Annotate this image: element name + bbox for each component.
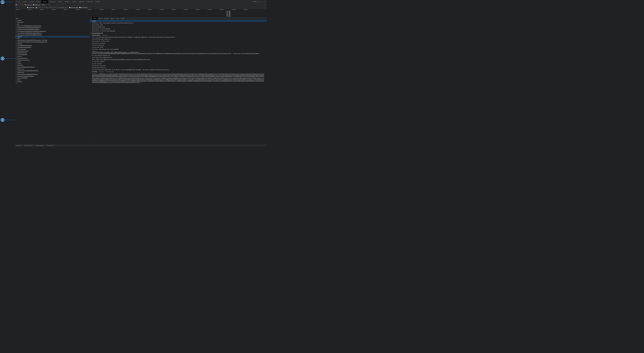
request-row[interactable]: jquery-1.12.4.cde246884d9601b57ecdf303e9…: [15, 25, 90, 27]
timeline-activity-markers: [227, 11, 231, 17]
tab-application[interactable]: Application: [63, 0, 71, 3]
request-row[interactable]: DINPro-Light.woff2: [15, 48, 90, 50]
tab-sources[interactable]: Sources: [35, 0, 42, 3]
request-row[interactable]: interstitial.a54a1edc95056b8486c088d7655…: [15, 27, 90, 29]
network-settings-icon[interactable]: [265, 4, 266, 6]
throttle-select[interactable]: Online: [42, 4, 45, 5]
request-row[interactable]: ang-search.9a0ba519e4f87129026e.js: [15, 75, 90, 77]
clear-button[interactable]: [18, 4, 19, 6]
hide-data-urls-checkbox[interactable]: Hide data URLs: [27, 7, 34, 8]
request-row[interactable]: i: [15, 83, 90, 84]
request-row[interactable]: analytics.min.js: [15, 68, 90, 70]
detail-tab-response[interactable]: Response: [103, 17, 110, 20]
request-row[interactable]: main.9a0ba519e4f87129026e.css: [15, 45, 90, 47]
tab-memory[interactable]: Memory: [57, 0, 63, 3]
request-headers-section-header[interactable]: ▼ Request Headers view source: [90, 34, 267, 36]
tab-lighthouse[interactable]: Lighthouse: [78, 0, 86, 3]
detail-tab-timing[interactable]: Timing: [115, 17, 120, 20]
tab-elements[interactable]: Elements: [21, 0, 28, 3]
chevron-down-icon[interactable]: ▾: [46, 4, 46, 5]
request-row[interactable]: bryanmulesoft: [15, 21, 90, 23]
preserve-log-checkbox[interactable]: Preserve log: [25, 4, 32, 6]
warning-badge[interactable]: 14: [255, 1, 257, 2]
error-badge[interactable]: 4: [253, 1, 254, 2]
tab-lightning[interactable]: Lightning: [94, 0, 101, 3]
filter-type-img[interactable]: Img: [46, 7, 48, 8]
request-row[interactable]: authorize?redirect_uri=https%3A%2F%2Fqax…: [15, 40, 90, 41]
request-row[interactable]: callback?code=977745fa-0615-4150-aa43-29…: [15, 41, 90, 43]
filter-type-font[interactable]: Font: [52, 7, 54, 8]
request-row[interactable]: vendor.js: [15, 63, 90, 65]
request-row[interactable]: vendors-ang-search.9a0ba519e4f87129026e.…: [15, 70, 90, 72]
record-button[interactable]: [16, 4, 17, 5]
filter-type-js[interactable]: JS: [42, 7, 42, 8]
request-row[interactable]: sprite-8.6.0.svg: [15, 72, 90, 74]
request-row[interactable]: saml: [15, 23, 90, 25]
request-row[interactable]: ang-search.9a0ba519e4f87129026e.css: [15, 67, 90, 68]
request-row[interactable]: OpenSans-Regular.woff2: [15, 50, 90, 52]
tab-console[interactable]: Console: [28, 0, 35, 3]
network-timeline[interactable]: 100000 ms200000 ms300000 ms400000 ms5000…: [15, 9, 267, 17]
request-row[interactable]: index.js: [15, 79, 90, 81]
request-row[interactable]: interstitial.474dce61acfac4a4d016921943c…: [15, 29, 90, 31]
request-row[interactable]: react-dom.production.min.js: [15, 59, 90, 61]
general-section-header[interactable]: ▼ General: [90, 20, 267, 22]
filter-toggle-icon[interactable]: [20, 4, 21, 5]
blocked-requests-checkbox[interactable]: Blocked Requests: [80, 7, 88, 8]
filter-type-doc[interactable]: Doc: [55, 7, 57, 8]
filter-type-css[interactable]: CSS: [44, 7, 46, 8]
request-row[interactable]: new_interstitial_static.9481d4731547cec0…: [15, 31, 90, 32]
upload-har-icon[interactable]: [48, 4, 49, 5]
view-source-link[interactable]: view source: [99, 71, 104, 72]
request-row[interactable]: OpenSans-Bold.woff2: [15, 52, 90, 54]
request-row[interactable]: jszip.min.js: [15, 81, 90, 83]
detail-tab-preview[interactable]: Preview: [98, 17, 103, 20]
response-headers-section-header[interactable]: ▶ Response Headers (24): [90, 32, 267, 34]
request-row[interactable]: login: [15, 38, 90, 40]
header-key: Content-Type:: [92, 49, 98, 50]
request-row[interactable]: apic-import.js: [15, 65, 90, 67]
has-blocked-cookies-checkbox[interactable]: Has blocked cookies: [69, 7, 78, 8]
search-icon[interactable]: [22, 4, 23, 5]
header-key: Status Code:: [92, 27, 98, 28]
request-row[interactable]: vendors-ang-search.9a0ba519e4f87129026e.…: [15, 74, 90, 76]
download-har-icon[interactable]: [50, 4, 50, 5]
request-row[interactable]: new_interstitial.c41c3b6f3a84458aca9a591…: [15, 32, 90, 34]
request-row[interactable]: OpenSans-Light.woff2: [15, 54, 90, 56]
request-row[interactable]: okta_watermark.4a7f2ccf7d0a787cff6f59fb6…: [15, 34, 90, 36]
filter-type-manifest[interactable]: Manifest: [60, 7, 64, 8]
request-row[interactable]: metadata: [15, 20, 90, 21]
header-key: Content-Length:: [92, 47, 100, 48]
view-source-link[interactable]: view source: [102, 35, 107, 36]
tab-network[interactable]: Network: [42, 0, 48, 3]
inspect-element-icon[interactable]: [16, 0, 18, 3]
name-column-header[interactable]: Name: [15, 17, 90, 20]
filter-type-media[interactable]: Media: [49, 7, 52, 8]
request-row[interactable]: main.9a0ba519e4f87129026e.js: [15, 47, 90, 49]
request-row[interactable]: styles.css: [15, 56, 90, 57]
detail-tab-headers[interactable]: Headers: [92, 17, 98, 20]
filter-all-pill[interactable]: All: [35, 7, 38, 8]
filter-type-other[interactable]: Other: [65, 7, 67, 8]
disable-cache-checkbox[interactable]: Disable cache: [33, 4, 40, 6]
request-row[interactable]: exchange/: [15, 43, 90, 45]
filter-input[interactable]: [16, 7, 26, 8]
tab-performance[interactable]: Performance: [48, 0, 57, 3]
close-detail-icon[interactable]: ×: [90, 18, 92, 19]
filter-type-xhr[interactable]: XHR: [38, 7, 40, 8]
request-row[interactable]: react.production.min.js: [15, 57, 90, 59]
request-row[interactable]: api-console-3166b59f.js: [15, 77, 90, 79]
device-toggle-icon[interactable]: [18, 0, 20, 3]
view-url-encoded-link[interactable]: view URL encoded: [106, 71, 114, 72]
detail-tab-cookies[interactable]: Cookies: [120, 17, 126, 20]
filter-type-ws[interactable]: WS: [58, 7, 60, 8]
tab-security[interactable]: Security: [71, 0, 78, 3]
tab-adblock-plus[interactable]: Adblock Plus: [86, 0, 94, 3]
request-row[interactable]: receive-id: [15, 36, 90, 38]
more-menu-icon[interactable]: [260, 0, 263, 3]
form-data-section-header[interactable]: ▼ Form Data view source view URL encoded: [90, 71, 267, 73]
request-row[interactable]: loader.js: [15, 61, 90, 63]
settings-gear-icon[interactable]: [258, 0, 260, 3]
detail-tab-initiator[interactable]: Initiator: [110, 17, 115, 20]
close-devtools-icon[interactable]: [264, 0, 266, 3]
